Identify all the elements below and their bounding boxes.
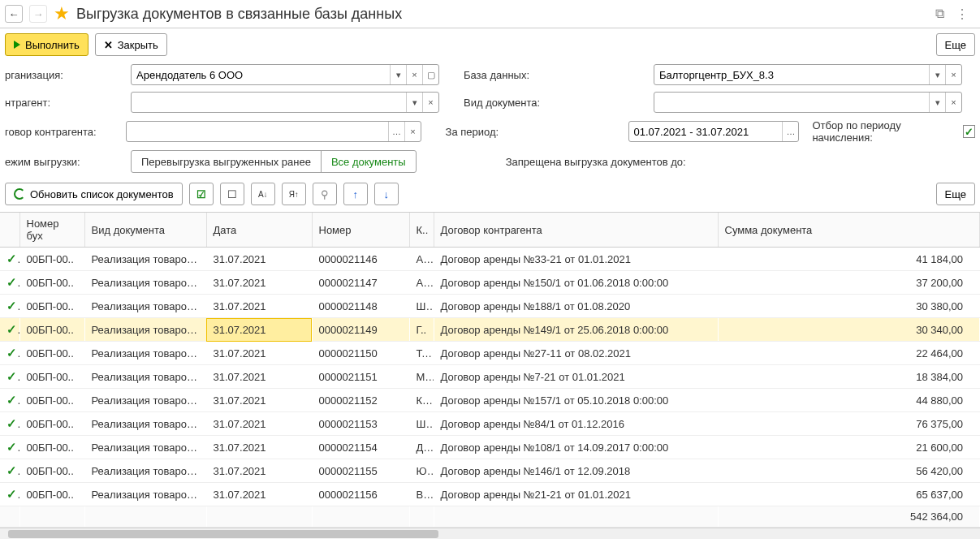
row-date: 31.07.2021 (206, 342, 312, 365)
check-icon: ✓ (6, 299, 19, 312)
org-field[interactable]: ▾ × ▢ (131, 64, 439, 85)
row-check[interactable]: ✓ (0, 271, 19, 295)
scrollbar-thumb[interactable] (8, 530, 438, 538)
doctype-input[interactable] (654, 93, 929, 112)
row-check[interactable]: ✓ (0, 318, 19, 342)
row-numacc: 00БП-00.. (19, 248, 84, 271)
horizontal-scrollbar[interactable] (0, 528, 980, 539)
row-check[interactable]: ✓ (0, 365, 19, 389)
period-field[interactable]: … (628, 121, 800, 142)
sort-az-button[interactable]: А↓ (251, 183, 275, 205)
table-row[interactable]: ✓00БП-00..Реализация товаров ...31.07.20… (0, 412, 980, 436)
table-row[interactable]: ✓00БП-00..Реализация товаров ...31.07.20… (0, 389, 980, 412)
execute-button[interactable]: Выполнить (5, 33, 89, 56)
table-row[interactable]: ✓00БП-00..Реализация товаров ...31.07.20… (0, 318, 980, 342)
db-field[interactable]: ▾ × (654, 64, 962, 85)
move-down-button[interactable]: ↓ (374, 183, 399, 205)
table-row[interactable]: ✓00БП-00..Реализация товаров ...31.07.20… (0, 459, 980, 483)
favorite-star-icon[interactable]: ★ (54, 3, 70, 24)
mode-reload-option[interactable]: Перевыгрузка выгруженных ранее (132, 151, 321, 172)
row-sum: 21 600,00 (718, 436, 980, 459)
table-row[interactable]: ✓00БП-00..Реализация товаров ...31.07.20… (0, 295, 980, 318)
table-row[interactable]: ✓00БП-00..Реализация товаров ...31.07.20… (0, 483, 980, 506)
db-input[interactable] (654, 65, 929, 84)
move-up-button[interactable]: ↑ (343, 183, 368, 205)
row-date: 31.07.2021 (206, 459, 312, 483)
row-contract: Договор аренды №84/1 от 01.12.2016 (434, 412, 718, 436)
mode-all-label: Все документы (331, 156, 406, 168)
row-sum: 76 375,00 (718, 412, 980, 436)
org-clear-icon[interactable]: × (406, 65, 422, 84)
col-doctype[interactable]: Вид документа (84, 213, 206, 248)
db-label: База данных: (464, 69, 610, 81)
row-date: 31.07.2021 (206, 295, 312, 318)
uncheck-all-button[interactable]: ☐ (220, 183, 244, 205)
org-input[interactable] (132, 65, 390, 84)
table-row[interactable]: ✓00БП-00..Реализация товаров ...31.07.20… (0, 248, 980, 271)
contract-field[interactable]: … × (126, 121, 421, 142)
row-contract: Договор аренды №21-21 от 01.01.2021 (434, 483, 718, 506)
row-check[interactable]: ✓ (0, 389, 19, 412)
row-contract: Договор аренды №146/1 от 12.09.2018 (434, 459, 718, 483)
more-button-list[interactable]: Еще (936, 183, 975, 205)
col-k[interactable]: К.. (409, 213, 434, 248)
link-icon[interactable]: ⧉ (935, 6, 944, 21)
row-check[interactable]: ✓ (0, 248, 19, 271)
row-num: 0000021154 (312, 436, 409, 459)
row-check[interactable]: ✓ (0, 342, 19, 365)
more-button-top[interactable]: Еще (936, 33, 975, 56)
org-dropdown-icon[interactable]: ▾ (390, 65, 406, 84)
col-date[interactable]: Дата (206, 213, 312, 248)
row-check[interactable]: ✓ (0, 295, 19, 318)
doctype-clear-icon[interactable]: × (945, 93, 961, 112)
contract-ellipsis-icon[interactable]: … (388, 122, 404, 141)
refresh-list-button[interactable]: Обновить список документов (5, 183, 183, 205)
row-check[interactable]: ✓ (0, 436, 19, 459)
check-icon: ✓ (6, 393, 19, 407)
row-doctype: Реализация товаров ... (84, 318, 206, 342)
doctype-dropdown-icon[interactable]: ▾ (929, 93, 945, 112)
row-doctype: Реализация товаров ... (84, 365, 206, 389)
contract-clear-icon[interactable]: × (404, 122, 421, 141)
period-filter-checkbox[interactable]: ✓ (963, 125, 975, 138)
table-row[interactable]: ✓00БП-00..Реализация товаров ...31.07.20… (0, 342, 980, 365)
org-open-icon[interactable]: ▢ (422, 65, 438, 84)
contr-dropdown-icon[interactable]: ▾ (406, 93, 422, 112)
close-button[interactable]: ✕ Закрыть (95, 33, 167, 56)
list-toolbar: Обновить список документов ☑ ☐ А↓ Я↑ ⚲ ↑… (0, 179, 980, 212)
arrow-up-icon: ↑ (353, 188, 359, 200)
col-numacc[interactable]: Номер бух (19, 213, 84, 248)
period-input[interactable] (629, 122, 783, 141)
row-num: 0000021149 (312, 318, 409, 342)
table-row[interactable]: ✓00БП-00..Реализация товаров ...31.07.20… (0, 271, 980, 295)
col-check[interactable] (0, 213, 19, 248)
row-check[interactable]: ✓ (0, 459, 19, 483)
table-total: 542 364,00 (718, 506, 980, 528)
col-sum[interactable]: Сумма документа (718, 213, 980, 248)
db-clear-icon[interactable]: × (945, 65, 961, 84)
filter-form: рганизация: ▾ × ▢ База данных: ▾ × нтраг… (0, 64, 980, 173)
doctype-field[interactable]: ▾ × (654, 92, 962, 113)
col-num[interactable]: Номер (312, 213, 409, 248)
check-all-button[interactable]: ☑ (189, 183, 214, 205)
row-check[interactable]: ✓ (0, 412, 19, 436)
table-footer-row: 542 364,00 (0, 506, 980, 528)
nav-back-button[interactable]: ← (5, 5, 23, 23)
contract-input[interactable] (127, 122, 388, 141)
col-contract[interactable]: Договор контрагента (434, 213, 718, 248)
table-row[interactable]: ✓00БП-00..Реализация товаров ...31.07.20… (0, 436, 980, 459)
row-sum: 41 184,00 (718, 248, 980, 271)
nav-forward-button[interactable]: → (29, 5, 47, 23)
table-row[interactable]: ✓00БП-00..Реализация товаров ...31.07.20… (0, 365, 980, 389)
period-ellipsis-icon[interactable]: … (782, 122, 798, 141)
filter-button[interactable]: ⚲ (313, 183, 337, 205)
row-k: М.. (409, 365, 434, 389)
contr-clear-icon[interactable]: × (422, 93, 438, 112)
db-dropdown-icon[interactable]: ▾ (929, 65, 945, 84)
mode-all-option[interactable]: Все документы (321, 151, 416, 172)
contr-field[interactable]: ▾ × (131, 92, 439, 113)
row-check[interactable]: ✓ (0, 483, 19, 506)
sort-za-button[interactable]: Я↑ (282, 183, 306, 205)
kebab-menu-icon[interactable]: ⋮ (956, 6, 969, 22)
contr-input[interactable] (132, 93, 406, 112)
